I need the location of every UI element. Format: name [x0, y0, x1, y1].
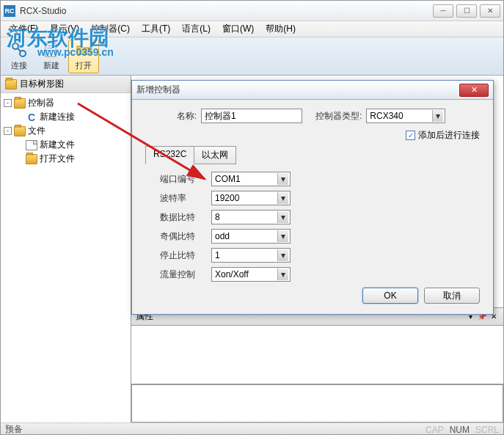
file-icon [26, 140, 37, 150]
tab-rs232c[interactable]: RS232C [145, 146, 194, 164]
connection-icon: C [26, 112, 37, 123]
tree-node-new-connection[interactable]: C 新建连接 [4, 110, 128, 124]
folder-icon [5, 79, 17, 89]
tree-node-open-file[interactable]: 打开文件 [4, 152, 128, 166]
cancel-button[interactable]: 取消 [424, 288, 480, 304]
controller-type-combo[interactable]: RCX340 [366, 109, 445, 123]
tree-label: 文件 [28, 125, 45, 137]
minimize-button[interactable]: ─ [433, 4, 453, 18]
svg-point-0 [12, 43, 18, 49]
databits-combo[interactable]: 8 [211, 210, 291, 224]
stopbits-label: 停止比特 [160, 249, 211, 262]
tree-header-label: 目标树形图 [20, 78, 64, 90]
open-label: 打开 [76, 60, 92, 71]
connect-after-checkbox[interactable]: ✓ [406, 131, 415, 140]
output-panel[interactable] [131, 384, 503, 423]
flowcontrol-combo[interactable]: Xon/Xoff [211, 267, 291, 282]
status-num: NUM [450, 425, 470, 435]
controller-type-label: 控制器类型: [315, 110, 362, 123]
connect-button[interactable]: 连接 [4, 40, 34, 73]
tree-collapse-icon[interactable]: - [4, 99, 12, 107]
properties-body [131, 326, 503, 384]
dialog-title: 新增控制器 [136, 84, 459, 96]
open-folder-icon [75, 41, 92, 59]
svg-rect-5 [47, 48, 54, 48]
baud-label: 波特率 [160, 192, 211, 205]
tree-panel-header: 目标树形图 [1, 76, 131, 93]
menu-tool[interactable]: 工具(T) [136, 21, 176, 37]
open-button[interactable]: 打开 [68, 40, 99, 73]
stopbits-combo[interactable]: 1 [211, 248, 291, 263]
connect-label: 连接 [11, 60, 27, 71]
new-file-icon [43, 41, 60, 59]
databits-label: 数据比特 [160, 211, 211, 224]
port-label: 端口编号 [160, 173, 211, 186]
dialog-close-button[interactable]: ✕ [459, 84, 489, 97]
folder-icon [14, 98, 26, 109]
tree-label: 控制器 [28, 97, 54, 109]
folder-icon [14, 126, 26, 136]
tree-label: 打开文件 [40, 153, 75, 165]
menu-window[interactable]: 窗口(W) [216, 21, 260, 37]
name-label: 名称: [145, 110, 197, 123]
tree-node-new-file[interactable]: 新建文件 [4, 138, 128, 152]
parity-label: 奇偶比特 [160, 230, 211, 243]
maximize-button[interactable]: ☐ [456, 4, 477, 18]
tree-node-controller[interactable]: - 控制器 [4, 96, 128, 110]
svg-line-2 [18, 48, 21, 51]
tree-node-files[interactable]: - 文件 [4, 124, 128, 138]
parity-combo[interactable]: odd [211, 229, 291, 244]
tree-label: 新建连接 [40, 111, 75, 123]
menu-help[interactable]: 帮助(H) [260, 21, 302, 37]
ok-button[interactable]: OK [362, 288, 418, 304]
tree-collapse-icon[interactable]: - [4, 127, 12, 135]
port-combo[interactable]: COM1 [211, 172, 291, 186]
status-text: 预备 [5, 423, 426, 435]
add-controller-dialog: 新增控制器 ✕ 名称: 控制器类型: RCX340 ✓ 添加后进行连接 RS23… [131, 80, 494, 315]
window-title: RCX-Studio [20, 6, 433, 16]
flowcontrol-label: 流量控制 [160, 268, 211, 281]
new-label: 新建 [43, 60, 59, 71]
app-icon: RC [4, 5, 15, 17]
status-scrl: SCRL [475, 425, 499, 435]
name-input[interactable] [201, 109, 302, 123]
connect-after-label: 添加后进行连接 [418, 129, 480, 142]
new-button[interactable]: 新建 [36, 40, 67, 73]
svg-rect-6 [47, 50, 52, 51]
folder-icon [26, 154, 37, 164]
tree-label: 新建文件 [40, 139, 75, 151]
status-cap: CAP [426, 425, 444, 435]
connect-icon [10, 41, 28, 59]
tab-ethernet[interactable]: 以太网 [194, 146, 236, 164]
svg-point-1 [20, 51, 26, 56]
menu-file[interactable]: 文件(F) [4, 21, 44, 37]
close-button[interactable]: ✕ [480, 4, 500, 18]
menu-controller[interactable]: 控制器(C) [85, 21, 136, 37]
baud-combo[interactable]: 19200 [211, 191, 291, 205]
menu-language[interactable]: 语言(L) [176, 21, 216, 37]
svg-rect-4 [47, 45, 54, 46]
menu-view[interactable]: 显示(V) [44, 21, 85, 37]
